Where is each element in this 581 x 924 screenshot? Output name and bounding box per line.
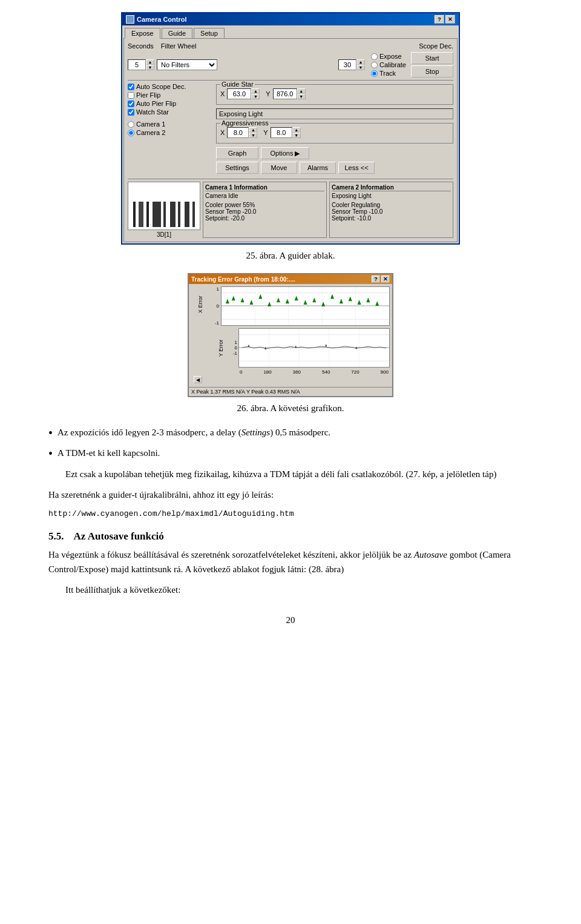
graph-body: X Error 1 0 -1 bbox=[189, 284, 392, 387]
camera2-radio[interactable] bbox=[128, 130, 134, 136]
title-controls[interactable]: ? ✕ bbox=[435, 15, 455, 24]
y-error-svg bbox=[239, 329, 389, 367]
y-down[interactable]: ▼ bbox=[297, 94, 306, 99]
svg-marker-12 bbox=[268, 302, 271, 306]
camera2-cooler: Cooler Regulating bbox=[332, 202, 451, 208]
x-spinbox[interactable]: ▲ ▼ bbox=[227, 88, 260, 99]
svg-marker-11 bbox=[258, 294, 262, 299]
ax-arrows[interactable]: ▲ ▼ bbox=[249, 127, 257, 138]
ay-up[interactable]: ▲ bbox=[292, 127, 301, 133]
seconds-up[interactable]: ▲ bbox=[146, 59, 154, 65]
seconds-arrows[interactable]: ▲ ▼ bbox=[146, 59, 154, 70]
bullet-1-icon: • bbox=[48, 426, 53, 440]
camera2-info-title: Camera 2 Information bbox=[332, 184, 451, 191]
title-bar: Camera Control ? ✕ bbox=[122, 13, 459, 25]
section-title-row: 5.5. Az Autosave funkció bbox=[48, 530, 533, 543]
graph-prev-btn[interactable]: ◀ bbox=[194, 376, 202, 383]
expose-radio-label: Expose bbox=[379, 53, 402, 60]
tab-guide[interactable]: Guide bbox=[162, 28, 192, 38]
options-button[interactable]: Options ▶ bbox=[261, 147, 309, 159]
graph-options-row: Graph Options ▶ bbox=[216, 147, 453, 159]
seconds-input[interactable] bbox=[128, 59, 146, 70]
camera-window-container: Camera Control ? ✕ Expose Guide Setup Se… bbox=[48, 12, 533, 245]
tab-setup[interactable]: Setup bbox=[194, 28, 225, 38]
watch-star-checkbox[interactable] bbox=[128, 109, 134, 116]
auto-pier-checkbox[interactable] bbox=[128, 101, 134, 107]
separator-2 bbox=[128, 179, 453, 179]
tab-expose[interactable]: Expose bbox=[125, 28, 160, 39]
exposing-light-status: Exposing Light bbox=[216, 108, 453, 119]
settings-button[interactable]: Settings bbox=[216, 162, 258, 174]
svg-marker-23 bbox=[366, 297, 370, 302]
y-up[interactable]: ▲ bbox=[297, 88, 306, 94]
camera1-radio-row: Camera 1 bbox=[128, 120, 212, 128]
scope-dec-arrows[interactable]: ▲ ▼ bbox=[356, 59, 365, 70]
scope-dec-spinbox[interactable]: ▲ ▼ bbox=[338, 59, 365, 70]
bullet-1-text: Az expozíciós idő legyen 2-3 másodperc, … bbox=[57, 426, 533, 440]
camera1-radio[interactable] bbox=[128, 121, 134, 128]
graph-title-controls[interactable]: ? ✕ bbox=[372, 276, 390, 283]
camera2-radio-row: Camera 2 bbox=[128, 129, 212, 136]
middle-section: Auto Scope Dec. Pier Flip Auto Pier Flip… bbox=[128, 83, 453, 176]
watch-star-label: Watch Star bbox=[136, 108, 169, 116]
scope-dec-up[interactable]: ▲ bbox=[356, 59, 365, 65]
x-input[interactable] bbox=[227, 88, 251, 99]
graph-button[interactable]: Graph bbox=[216, 147, 258, 159]
graph-help-btn[interactable]: ? bbox=[372, 276, 380, 283]
ay-spinbox[interactable]: ▲ ▼ bbox=[271, 127, 301, 138]
filter-select[interactable]: No Filters bbox=[157, 59, 217, 70]
ax-spinbox[interactable]: ▲ ▼ bbox=[227, 127, 257, 138]
auto-scope-checkbox[interactable] bbox=[128, 84, 134, 90]
calibrate-radio[interactable] bbox=[371, 62, 378, 68]
x-up[interactable]: ▲ bbox=[251, 88, 260, 94]
camera2-status: Exposing Light bbox=[332, 193, 451, 199]
track-radio[interactable] bbox=[371, 70, 378, 77]
move-button[interactable]: Move bbox=[261, 162, 297, 174]
svg-marker-15 bbox=[295, 296, 298, 301]
y-arrows[interactable]: ▲ ▼ bbox=[297, 88, 306, 99]
stop-button[interactable]: Stop bbox=[411, 65, 453, 78]
bullet-2-text: A TDM-et ki kell kapcsolni. bbox=[57, 446, 533, 460]
camera-control-window: Camera Control ? ✕ Expose Guide Setup Se… bbox=[121, 12, 460, 245]
graph-close-btn[interactable]: ✕ bbox=[381, 276, 390, 283]
svg-marker-7 bbox=[226, 299, 229, 303]
close-button[interactable]: ✕ bbox=[445, 15, 455, 24]
less-button[interactable]: Less << bbox=[338, 162, 375, 174]
filter-label: Filter Wheel bbox=[161, 42, 197, 50]
ay-down[interactable]: ▼ bbox=[292, 133, 301, 138]
seconds-spinbox[interactable]: ▲ ▼ bbox=[128, 59, 154, 70]
seconds-down[interactable]: ▼ bbox=[146, 65, 154, 70]
bullet-item-1: • Az expozíciós idő legyen 2-3 másodperc… bbox=[48, 426, 533, 440]
settings-row: Settings Move Alarms Less << bbox=[216, 162, 453, 174]
start-button[interactable]: Start bbox=[411, 52, 453, 64]
x-arrows[interactable]: ▲ ▼ bbox=[251, 88, 260, 99]
y-input[interactable] bbox=[273, 88, 297, 99]
camera1-info-panel: Camera 1 Information Camera Idle Cooler … bbox=[203, 182, 327, 238]
alarms-button[interactable]: Alarms bbox=[300, 162, 336, 174]
figure-25-label: 25. ábra. A guider ablak. bbox=[48, 251, 533, 261]
ax-up[interactable]: ▲ bbox=[249, 127, 257, 133]
right-controls: Guide Star X ▲ ▼ Y bbox=[216, 83, 453, 176]
scope-dec-input[interactable] bbox=[338, 59, 356, 70]
y-spinbox[interactable]: ▲ ▼ bbox=[273, 88, 306, 99]
scope-dec-down[interactable]: ▼ bbox=[356, 65, 365, 70]
ax-input[interactable] bbox=[227, 127, 249, 138]
x-error-svg bbox=[222, 287, 389, 325]
main-content: • Az expozíciós idő legyen 2-3 másodperc… bbox=[48, 426, 533, 597]
x-error-label: X Error bbox=[197, 286, 203, 323]
x-down[interactable]: ▼ bbox=[251, 94, 260, 99]
track-radio-row: Track bbox=[371, 70, 406, 77]
svg-marker-19 bbox=[330, 294, 334, 299]
ay-input[interactable] bbox=[271, 127, 292, 138]
tracking-graph-container: Tracking Error Graph (from 18:00:.... ? … bbox=[48, 273, 533, 397]
url-paragraph: http://www.cyanogen.com/help/maximdl/Aut… bbox=[48, 508, 533, 521]
expose-radio[interactable] bbox=[371, 53, 378, 60]
url-text: http://www.cyanogen.com/help/maximdl/Aut… bbox=[48, 509, 294, 518]
calibrate-radio-row: Calibrate bbox=[371, 61, 406, 68]
pier-flip-checkbox[interactable] bbox=[128, 92, 134, 99]
ax-down[interactable]: ▼ bbox=[249, 133, 257, 138]
window-body: Seconds Filter Wheel Scope Dec. ▲ ▼ No F… bbox=[123, 38, 458, 242]
ay-arrows[interactable]: ▲ ▼ bbox=[292, 127, 301, 138]
section-paragraph: Ha végeztünk a fókusz beállításával és s… bbox=[48, 547, 533, 576]
help-button[interactable]: ? bbox=[435, 15, 444, 24]
